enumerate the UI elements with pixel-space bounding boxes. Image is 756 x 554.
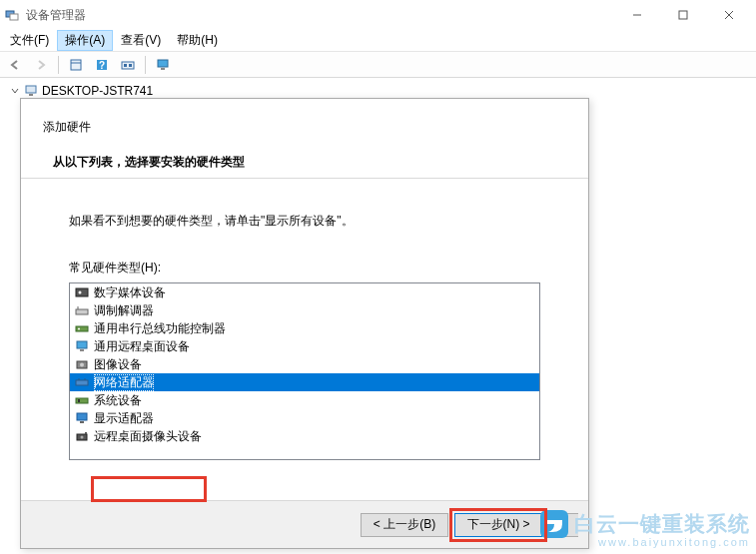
computer-icon: [24, 84, 38, 98]
dialog-hint: 如果看不到想要的硬件类型，请单击"显示所有设备"。: [69, 213, 540, 230]
display-icon: [74, 410, 90, 426]
dialog-header: 添加硬件 从以下列表，选择要安装的硬件类型: [21, 99, 588, 179]
svg-rect-21: [76, 326, 88, 331]
svg-rect-17: [76, 288, 88, 296]
menu-action[interactable]: 操作(A): [57, 30, 113, 51]
svg-point-35: [81, 436, 84, 439]
svg-text:?: ?: [99, 60, 105, 71]
hardware-list-label: 常见硬件类型(H):: [69, 260, 540, 277]
media-icon: [74, 284, 90, 300]
next-button[interactable]: 下一步(N) >: [454, 513, 542, 537]
monitor-icon[interactable]: [152, 55, 174, 75]
system-icon: [74, 392, 90, 408]
svg-rect-27: [76, 380, 88, 385]
tree-root-label: DESKTOP-JSTR741: [42, 84, 153, 98]
toolbar: ?: [0, 52, 756, 78]
devices-icon[interactable]: [117, 55, 139, 75]
forward-icon[interactable]: [30, 55, 52, 75]
toolbar-sep: [145, 56, 146, 74]
remote-icon: [74, 338, 90, 354]
list-item[interactable]: 数字媒体设备: [70, 283, 539, 301]
dialog-subtitle: 从以下列表，选择要安装的硬件类型: [43, 154, 566, 171]
svg-rect-3: [679, 11, 687, 19]
svg-rect-1: [10, 14, 18, 20]
usb-icon: [74, 320, 90, 336]
list-item-label: 显示适配器: [94, 410, 154, 427]
list-item-label: 远程桌面摄像头设备: [94, 428, 202, 445]
help-icon[interactable]: ?: [91, 55, 113, 75]
props-icon[interactable]: [65, 55, 87, 75]
list-item-label: 通用远程桌面设备: [94, 338, 190, 355]
add-hardware-dialog: 添加硬件 从以下列表，选择要安装的硬件类型 如果看不到想要的硬件类型，请单击"显…: [20, 98, 589, 549]
svg-rect-19: [76, 309, 88, 314]
svg-rect-13: [158, 60, 168, 67]
menubar: 文件(F) 操作(A) 查看(V) 帮助(H): [0, 30, 756, 52]
list-item[interactable]: 通用串行总线功能控制器: [70, 319, 539, 337]
dialog-footer: < 上一步(B) 下一步(N) > 取消: [21, 500, 588, 548]
svg-rect-33: [80, 421, 84, 423]
svg-rect-32: [77, 413, 87, 420]
list-item[interactable]: 通用远程桌面设备: [70, 337, 539, 355]
list-item[interactable]: 远程桌面摄像头设备: [70, 427, 539, 445]
modem-icon: [74, 302, 90, 318]
svg-rect-6: [71, 60, 81, 70]
list-item-label: 图像设备: [94, 356, 142, 373]
list-item-label: 系统设备: [94, 392, 142, 409]
image-icon: [74, 356, 90, 372]
svg-rect-24: [80, 349, 84, 351]
svg-rect-30: [76, 398, 88, 403]
list-item[interactable]: 网络适配器: [70, 373, 539, 391]
svg-point-26: [80, 363, 84, 367]
minimize-button[interactable]: [614, 0, 660, 30]
svg-rect-10: [122, 62, 134, 69]
network-icon: [74, 374, 90, 390]
cancel-button[interactable]: 取消: [548, 513, 578, 537]
menu-file[interactable]: 文件(F): [2, 30, 57, 51]
svg-rect-15: [26, 86, 36, 93]
list-item-label: 网络适配器: [94, 374, 154, 391]
maximize-button[interactable]: [660, 0, 706, 30]
chevron-down-icon: [10, 86, 20, 96]
svg-rect-36: [85, 432, 87, 434]
svg-rect-31: [78, 399, 80, 402]
toolbar-sep: [58, 56, 59, 74]
list-item[interactable]: 图像设备: [70, 355, 539, 373]
app-icon: [4, 7, 20, 23]
list-item-label: 通用串行总线功能控制器: [94, 320, 226, 337]
svg-rect-14: [161, 68, 165, 70]
back-icon[interactable]: [4, 55, 26, 75]
svg-rect-12: [129, 64, 132, 67]
svg-point-18: [79, 291, 82, 294]
titlebar: 设备管理器: [0, 0, 756, 30]
svg-rect-16: [29, 94, 33, 96]
window-title: 设备管理器: [26, 7, 86, 24]
back-button[interactable]: < 上一步(B): [361, 513, 448, 537]
dialog-body: 如果看不到想要的硬件类型，请单击"显示所有设备"。 常见硬件类型(H): 数字媒…: [21, 179, 588, 500]
list-item-label: 调制解调器: [94, 302, 154, 319]
menu-view[interactable]: 查看(V): [113, 30, 169, 51]
hardware-type-list[interactable]: 数字媒体设备调制解调器通用串行总线功能控制器通用远程桌面设备图像设备网络适配器系…: [69, 282, 540, 460]
list-item-label: 数字媒体设备: [94, 284, 166, 301]
menu-help[interactable]: 帮助(H): [169, 30, 226, 51]
svg-point-22: [78, 328, 80, 330]
close-button[interactable]: [706, 0, 752, 30]
list-item[interactable]: 系统设备: [70, 391, 539, 409]
list-item[interactable]: 显示适配器: [70, 409, 539, 427]
dialog-title: 添加硬件: [43, 119, 566, 136]
svg-rect-11: [124, 64, 127, 67]
camera-icon: [74, 428, 90, 444]
list-item[interactable]: 调制解调器: [70, 301, 539, 319]
watermark-text: 白云一键重装系统: [574, 510, 750, 538]
svg-rect-23: [77, 341, 87, 348]
